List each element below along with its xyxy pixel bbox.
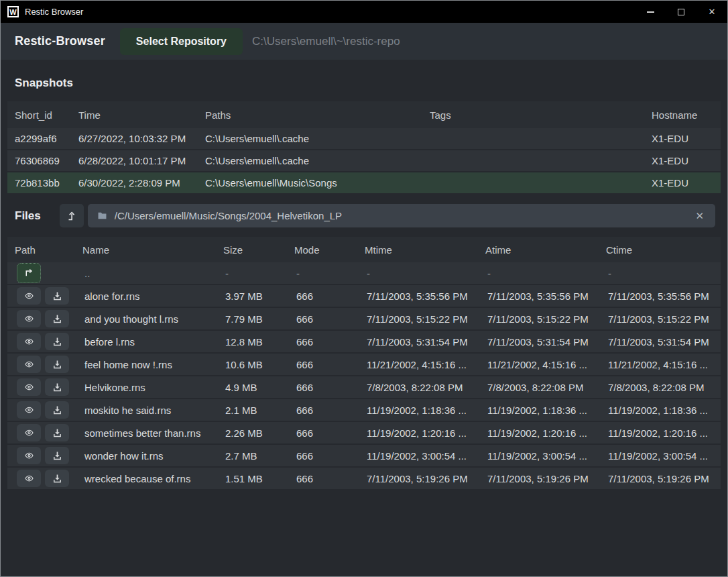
snapshot-row-selected[interactable]: 72b813bb 6/30/2022, 2:28:09 PM C:\Users\… [7, 172, 721, 195]
repository-path: C:\Users\emuell\~\restic-repo [252, 35, 400, 48]
file-mode: 666 [296, 382, 367, 393]
eye-icon [23, 337, 36, 346]
preview-file-button[interactable] [17, 333, 41, 350]
level-up-button[interactable] [60, 204, 84, 227]
file-name: moskito he said.rns [84, 405, 225, 416]
open-parent-dir-button[interactable] [17, 263, 41, 283]
select-repository-button[interactable]: Select Repository [120, 28, 243, 55]
close-icon: ✕ [709, 7, 716, 16]
download-icon [52, 337, 62, 347]
column-header-tags[interactable]: Tags [430, 109, 652, 121]
file-ctime: - [608, 268, 721, 279]
column-header-time[interactable]: Time [78, 109, 205, 121]
eye-icon [23, 314, 36, 323]
preview-file-button[interactable] [17, 424, 41, 441]
preview-file-button[interactable] [17, 378, 41, 396]
file-size: - [225, 268, 296, 279]
file-mtime: 7/11/2003, 5:19:26 PM [367, 473, 487, 484]
file-path-value: /C/Users/emuell/Music/Songs/2004_Helveti… [115, 210, 342, 221]
file-row: Helvikone.rns 4.9 MB 666 7/8/2003, 8:22:… [7, 376, 721, 399]
file-mode: 666 [296, 450, 367, 462]
column-header-mtime[interactable]: Mtime [365, 244, 485, 256]
file-mode: 666 [296, 427, 367, 439]
column-header-size[interactable]: Size [223, 244, 294, 256]
download-file-button[interactable] [45, 356, 69, 373]
window-controls: ✕ [635, 1, 727, 23]
preview-file-button[interactable] [17, 470, 41, 487]
folder-icon [97, 211, 108, 221]
file-mode: 666 [296, 291, 367, 302]
download-file-button[interactable] [45, 310, 69, 327]
file-mtime: 11/19/2002, 1:18:36 ... [367, 405, 487, 416]
snapshot-time: 6/30/2022, 2:28:09 PM [78, 177, 205, 189]
file-row: sometimes better than.rns 2.26 MB 666 11… [7, 422, 721, 445]
clear-path-button[interactable]: ✕ [692, 209, 707, 223]
download-icon [52, 428, 62, 438]
file-path-input[interactable]: /C/Users/emuell/Music/Songs/2004_Helveti… [88, 204, 715, 227]
preview-file-button[interactable] [17, 356, 41, 373]
file-ctime: 7/11/2003, 5:31:54 PM [608, 336, 721, 348]
download-file-button[interactable] [45, 447, 69, 464]
file-size: 12.8 MB [225, 336, 296, 348]
download-icon [52, 474, 62, 484]
level-up-icon [66, 210, 78, 222]
download-file-button[interactable] [45, 470, 69, 487]
column-header-paths[interactable]: Paths [205, 109, 430, 121]
file-mtime: 7/11/2003, 5:15:22 PM [367, 313, 487, 325]
snapshot-row[interactable]: 76306869 6/28/2022, 10:01:17 PM C:\Users… [7, 150, 721, 172]
file-row: and you thought l.rns 7.79 MB 666 7/11/2… [7, 308, 721, 331]
minimize-button[interactable] [635, 1, 666, 23]
file-name: sometimes better than.rns [84, 427, 225, 439]
download-icon [52, 360, 62, 370]
snapshot-hostname: X1-EDU [652, 177, 721, 189]
file-mode: 666 [296, 313, 367, 325]
eye-icon [23, 474, 36, 483]
eye-icon [23, 451, 36, 460]
file-name: .. [84, 268, 225, 279]
close-button[interactable]: ✕ [696, 1, 727, 23]
file-size: 1.51 MB [225, 473, 296, 484]
column-header-shortid[interactable]: Short_id [15, 109, 78, 121]
download-file-button[interactable] [45, 333, 69, 350]
file-size: 3.97 MB [225, 291, 296, 302]
file-row: feel home now !.rns 10.6 MB 666 11/21/20… [7, 354, 721, 376]
titlebar: W Restic Browser ✕ [1, 1, 727, 23]
preview-file-button[interactable] [17, 287, 41, 305]
file-size: 2.26 MB [225, 427, 296, 439]
preview-file-button[interactable] [17, 310, 41, 327]
app-window: W Restic Browser ✕ Restic-Browser Select… [0, 0, 728, 577]
download-file-button[interactable] [45, 287, 69, 305]
column-header-ctime[interactable]: Ctime [606, 244, 721, 256]
file-mtime: 7/8/2003, 8:22:08 PM [367, 382, 487, 393]
file-mode: - [296, 268, 367, 279]
column-header-hostname[interactable]: Hostname [652, 109, 721, 121]
eye-icon [23, 360, 36, 369]
maximize-button[interactable] [666, 1, 696, 23]
download-file-button[interactable] [45, 424, 69, 441]
column-header-name[interactable]: Name [82, 244, 223, 256]
file-atime: 7/11/2003, 5:15:22 PM [487, 313, 608, 325]
file-atime: 7/11/2003, 5:31:54 PM [487, 336, 608, 348]
preview-file-button[interactable] [17, 447, 41, 464]
column-header-atime[interactable]: Atime [485, 244, 606, 256]
download-file-button[interactable] [45, 401, 69, 419]
file-row: before l.rns 12.8 MB 666 7/11/2003, 5:31… [7, 331, 721, 354]
file-mtime: 7/11/2003, 5:35:56 PM [367, 291, 487, 302]
app-logo-icon: W [7, 6, 19, 17]
file-mode: 666 [296, 405, 367, 416]
snapshots-table-header: Short_id Time Paths Tags Hostname [7, 101, 721, 128]
snapshot-row[interactable]: a2299af6 6/27/2022, 10:03:32 PM C:\Users… [7, 128, 721, 150]
eye-icon [23, 382, 36, 392]
column-header-path[interactable]: Path [15, 244, 82, 256]
preview-file-button[interactable] [17, 401, 41, 419]
snapshots-section-header: Snapshots [1, 60, 727, 101]
snapshot-paths: C:\Users\emuell\.cache [205, 155, 430, 166]
column-header-mode[interactable]: Mode [294, 244, 365, 256]
files-table: Path Name Size Mode Mtime Atime Ctime ..… [1, 237, 727, 490]
file-size: 4.9 MB [225, 382, 296, 393]
download-file-button[interactable] [45, 378, 69, 396]
download-icon [52, 291, 62, 301]
maximize-icon [678, 9, 684, 15]
minimize-icon [647, 11, 654, 13]
file-row: wrecked because of.rns 1.51 MB 666 7/11/… [7, 468, 721, 490]
